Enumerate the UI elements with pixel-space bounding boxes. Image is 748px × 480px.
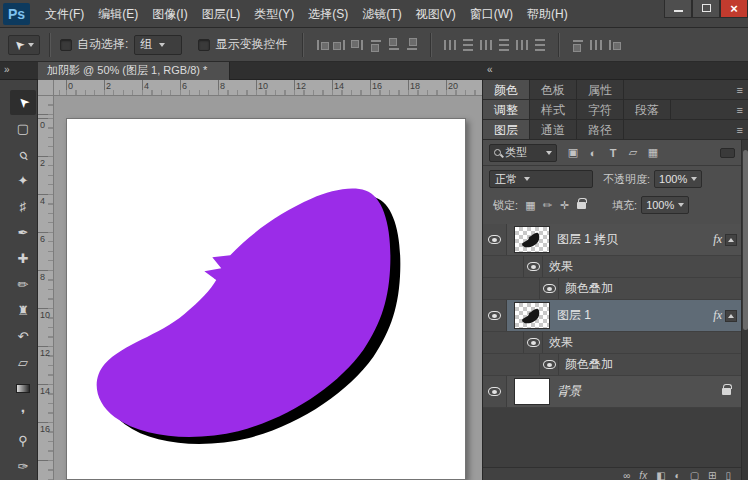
filter-adjustment-layers-icon[interactable]: ◐ (583, 147, 603, 159)
effects-row[interactable]: 效果 (483, 332, 741, 354)
menu-help[interactable]: 帮助(H) (520, 0, 575, 28)
spot-healing-brush-tool[interactable]: ✚ (10, 246, 36, 271)
document-canvas[interactable] (66, 118, 466, 480)
color-overlay-row[interactable]: 颜色叠加 (483, 278, 741, 300)
show-transform-checkbox[interactable] (198, 39, 210, 51)
canvas-workspace[interactable]: 0 2 4 6 8 10 12 14 16 18 20 0 2 4 6 8 10… (38, 80, 482, 480)
vertical-ruler[interactable]: 0 2 4 6 8 10 12 14 16 (38, 96, 54, 480)
distribute-vertical-centers-icon[interactable] (461, 38, 475, 52)
opacity-dropdown[interactable]: 100% (654, 170, 702, 188)
visibility-toggle[interactable] (483, 300, 507, 331)
tab-adjustments[interactable]: 调整 (483, 100, 530, 119)
add-layer-mask-icon[interactable]: ◧ (656, 470, 665, 480)
distribute-top-edges-icon[interactable] (443, 38, 457, 52)
tab-properties[interactable]: 属性 (577, 80, 624, 99)
fill-dropdown[interactable]: 100% (641, 196, 689, 214)
horizontal-ruler[interactable]: 0 2 4 6 8 10 12 14 16 18 20 (38, 80, 482, 96)
auto-select-checkbox[interactable] (60, 39, 72, 51)
history-brush-tool[interactable]: ↶ (10, 324, 36, 349)
menu-file[interactable]: 文件(F) (38, 0, 91, 28)
menu-layer[interactable]: 图层(L) (195, 0, 248, 28)
layer-thumbnail[interactable] (514, 302, 550, 329)
lasso-tool[interactable]: ϙ (10, 142, 36, 167)
tab-layers[interactable]: 图层 (483, 120, 530, 139)
pen-tool[interactable]: ✑ (10, 454, 36, 479)
panel-menu-icon[interactable]: ≡ (737, 120, 743, 140)
distribute-horizontal-centers-icon[interactable] (515, 38, 529, 52)
new-group-icon[interactable]: ▢ (690, 470, 699, 480)
visibility-toggle[interactable] (539, 354, 559, 375)
eraser-tool[interactable]: ▱ (10, 350, 36, 375)
menu-image[interactable]: 图像(I) (145, 0, 194, 28)
layer-thumbnail[interactable] (514, 226, 550, 253)
brush-tool[interactable]: ✏ (10, 272, 36, 297)
layer-thumbnail[interactable] (514, 378, 550, 405)
toolbox-collapse-icon[interactable]: » (4, 64, 9, 75)
ruler-origin-corner[interactable] (38, 80, 54, 96)
align-options-icon[interactable] (607, 38, 621, 52)
align-bottom-edges-icon[interactable] (405, 38, 419, 52)
tab-swatches[interactable]: 色板 (530, 80, 577, 99)
tab-styles[interactable]: 样式 (530, 100, 577, 119)
align-left-edges-icon[interactable] (315, 38, 329, 52)
lock-position-icon[interactable]: ✛ (556, 199, 573, 212)
align-horizontal-centers-icon[interactable] (333, 38, 347, 52)
distribute-bottom-edges-icon[interactable] (479, 38, 493, 52)
layer-styles-icon[interactable]: fx (639, 470, 647, 480)
distribute-spacing-icon[interactable] (589, 38, 603, 52)
link-layers-icon[interactable]: ∞ (623, 470, 630, 480)
tab-color[interactable]: 颜色 (483, 80, 530, 99)
menu-edit[interactable]: 编辑(E) (91, 0, 145, 28)
lock-transparent-pixels-icon[interactable]: ▦ (522, 199, 539, 212)
lock-image-pixels-icon[interactable]: ✏ (539, 199, 556, 212)
align-vertical-centers-icon[interactable] (387, 38, 401, 52)
menu-select[interactable]: 选择(S) (301, 0, 355, 28)
layer-effects-badge[interactable]: fx (713, 232, 737, 247)
panel-menu-icon[interactable]: ≡ (737, 80, 743, 100)
collapse-effects-icon[interactable] (725, 234, 737, 246)
layer-row[interactable]: 图层 1 拷贝 fx (483, 224, 741, 256)
new-layer-icon[interactable]: ⊞ (708, 470, 716, 480)
menu-view[interactable]: 视图(V) (409, 0, 463, 28)
quick-selection-tool[interactable]: ✦ (10, 168, 36, 193)
layer-name[interactable]: 图层 1 (557, 307, 591, 324)
move-tool[interactable]: ➤ (10, 90, 36, 115)
visibility-toggle[interactable] (539, 278, 559, 299)
layer-effects-badge[interactable]: fx (713, 308, 737, 323)
filter-type-dropdown[interactable]: 类型 (489, 144, 557, 162)
auto-align-layers-icon[interactable] (571, 38, 585, 52)
eyedropper-tool[interactable]: ✒ (10, 220, 36, 245)
tab-paths[interactable]: 路径 (577, 120, 624, 139)
visibility-toggle[interactable] (483, 376, 507, 407)
blend-mode-dropdown[interactable]: 正常 (489, 170, 593, 188)
menu-window[interactable]: 窗口(W) (463, 0, 520, 28)
align-right-edges-icon[interactable] (351, 38, 365, 52)
dodge-tool[interactable]: ⚲ (10, 428, 36, 453)
panel-menu-icon[interactable]: ≡ (737, 100, 743, 120)
rectangular-marquee-tool[interactable]: ▢ (10, 116, 36, 141)
tab-character[interactable]: 字符 (577, 100, 624, 119)
tab-paragraph[interactable]: 段落 (624, 100, 671, 119)
visibility-toggle[interactable] (483, 224, 507, 255)
gradient-tool[interactable] (10, 376, 36, 401)
collapse-effects-icon[interactable] (725, 310, 737, 322)
scrollbar-thumb[interactable] (743, 150, 748, 330)
filter-pixel-layers-icon[interactable]: ▣ (563, 146, 583, 159)
layer-row-selected[interactable]: 图层 1 fx (483, 300, 741, 332)
background-layer-row[interactable]: 背景 (483, 376, 741, 408)
layers-scrollbar[interactable] (741, 140, 748, 480)
filter-type-layers-icon[interactable]: T (603, 147, 623, 159)
document-tab[interactable]: 加阴影 @ 50% (图层 1, RGB/8) * (38, 62, 230, 80)
visibility-toggle[interactable] (523, 332, 543, 353)
restore-button[interactable] (692, 0, 720, 18)
align-top-edges-icon[interactable] (369, 38, 383, 52)
minimize-button[interactable] (664, 0, 692, 18)
crop-tool[interactable]: ♯ (10, 194, 36, 219)
visibility-toggle[interactable] (523, 256, 543, 277)
layer-name[interactable]: 图层 1 拷贝 (557, 231, 618, 248)
distribute-right-edges-icon[interactable] (533, 38, 547, 52)
color-overlay-row[interactable]: 颜色叠加 (483, 354, 741, 376)
effects-row[interactable]: 效果 (483, 256, 741, 278)
lock-all-icon[interactable] (573, 199, 590, 211)
filter-toggle-icon[interactable] (720, 148, 735, 158)
